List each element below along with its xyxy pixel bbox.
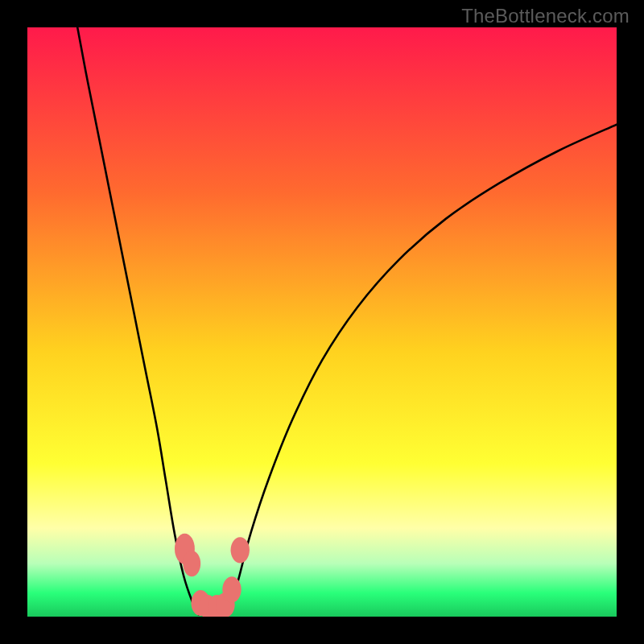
- data-marker: [222, 576, 241, 602]
- data-marker: [231, 537, 250, 563]
- plot-area: [27, 27, 617, 617]
- gradient-background: [27, 27, 617, 617]
- outer-frame: TheBottleneck.com: [0, 0, 644, 644]
- data-marker: [183, 551, 200, 576]
- watermark-text: TheBottleneck.com: [461, 5, 630, 27]
- chart-canvas: [27, 27, 617, 617]
